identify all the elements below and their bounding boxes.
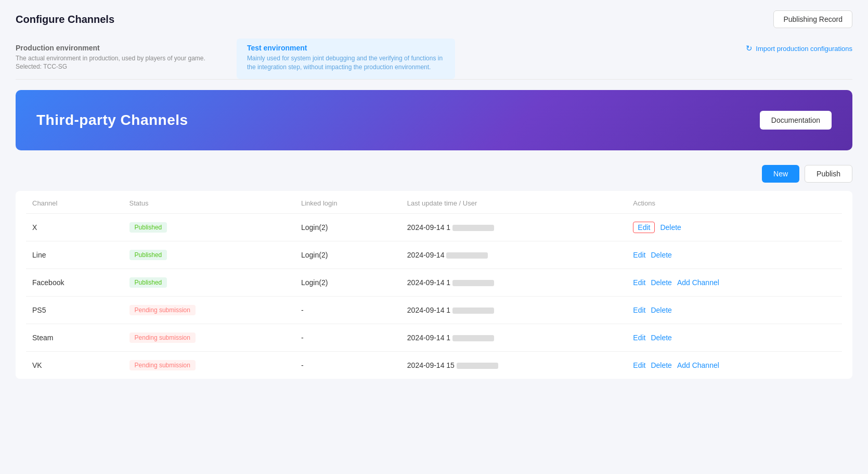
table-row: LinePublishedLogin(2)2024-09-14EditDelet…	[26, 241, 842, 268]
banner: Third-party Channels Documentation	[16, 90, 852, 150]
channels-table-container: Channel Status Linked login Last update …	[16, 191, 852, 379]
add-channel-button[interactable]: Add Channel	[677, 278, 719, 287]
cell-linked-login: -	[295, 296, 401, 324]
cell-status: Published	[123, 213, 295, 241]
col-linked-login: Linked login	[295, 191, 401, 214]
cell-actions: EditDelete	[627, 241, 842, 268]
edit-button[interactable]: Edit	[633, 334, 645, 342]
status-badge: Published	[129, 277, 167, 288]
cell-channel: Steam	[26, 324, 123, 351]
action-bar: New Publish	[16, 165, 852, 183]
env-tab-production-selected: Selected: TCC-SG	[16, 63, 205, 70]
cell-status: Published	[123, 241, 295, 268]
cell-last-update: 2024-09-14 1	[401, 296, 627, 324]
cell-linked-login: Login(2)	[295, 268, 401, 296]
table-row: SteamPending submission-2024-09-14 1Edit…	[26, 324, 842, 351]
delete-button[interactable]: Delete	[651, 361, 671, 369]
channels-table: Channel Status Linked login Last update …	[26, 191, 842, 379]
env-tab-test-title: Test environment	[247, 44, 445, 52]
banner-title: Third-party Channels	[36, 112, 188, 129]
cell-actions: EditDelete	[627, 296, 842, 324]
cell-last-update: 2024-09-14 1	[401, 324, 627, 351]
documentation-button[interactable]: Documentation	[760, 111, 832, 130]
page-container: Configure Channels Publishing Record Pro…	[0, 0, 868, 474]
env-tab-production-desc: The actual environment in production, us…	[16, 54, 205, 63]
cell-status: Pending submission	[123, 296, 295, 324]
env-tab-production[interactable]: Production environment The actual enviro…	[16, 39, 216, 78]
top-bar: Configure Channels Publishing Record	[16, 10, 852, 28]
status-badge: Pending submission	[129, 305, 196, 315]
user-blur	[446, 252, 488, 259]
publishing-record-button[interactable]: Publishing Record	[773, 10, 852, 28]
user-blur	[452, 225, 494, 231]
cell-last-update: 2024-09-14 1	[401, 213, 627, 241]
cell-channel: VK	[26, 351, 123, 379]
user-blur	[452, 308, 494, 314]
table-row: VKPending submission-2024-09-14 15EditDe…	[26, 351, 842, 379]
env-tab-test[interactable]: Test environment Mainly used for system …	[237, 39, 455, 79]
col-status: Status	[123, 191, 295, 214]
import-link-label: Import production configurations	[756, 45, 852, 53]
cell-channel: X	[26, 213, 123, 241]
delete-button[interactable]: Delete	[651, 278, 671, 287]
add-channel-button[interactable]: Add Channel	[677, 361, 719, 369]
delete-button[interactable]: Delete	[651, 251, 671, 259]
cell-channel: Facebook	[26, 268, 123, 296]
edit-button[interactable]: Edit	[633, 278, 645, 287]
cell-linked-login: -	[295, 351, 401, 379]
env-tab-production-title: Production environment	[16, 44, 205, 52]
status-badge: Pending submission	[129, 360, 196, 370]
cell-linked-login: Login(2)	[295, 213, 401, 241]
status-badge: Published	[129, 222, 167, 233]
cell-actions: EditDeleteAdd Channel	[627, 268, 842, 296]
col-actions: Actions	[627, 191, 842, 214]
status-badge: Pending submission	[129, 332, 196, 343]
env-tabs: Production environment The actual enviro…	[16, 39, 852, 80]
cell-status: Published	[123, 268, 295, 296]
table-row: XPublishedLogin(2)2024-09-14 1EditDelete	[26, 213, 842, 241]
table-row: PS5Pending submission-2024-09-14 1EditDe…	[26, 296, 842, 324]
cell-linked-login: -	[295, 324, 401, 351]
cell-linked-login: Login(2)	[295, 241, 401, 268]
import-production-link[interactable]: ↻ Import production configurations	[746, 44, 852, 53]
cell-last-update: 2024-09-14 1	[401, 268, 627, 296]
table-row: FacebookPublishedLogin(2)2024-09-14 1Edi…	[26, 268, 842, 296]
edit-button[interactable]: Edit	[633, 361, 645, 369]
cell-actions: EditDelete	[627, 213, 842, 241]
user-blur	[457, 363, 498, 369]
cell-actions: EditDeleteAdd Channel	[627, 351, 842, 379]
cell-last-update: 2024-09-14	[401, 241, 627, 268]
cell-last-update: 2024-09-14 15	[401, 351, 627, 379]
user-blur	[452, 335, 494, 341]
cell-channel: Line	[26, 241, 123, 268]
publish-button[interactable]: Publish	[805, 165, 852, 183]
cell-status: Pending submission	[123, 324, 295, 351]
col-channel: Channel	[26, 191, 123, 214]
user-blur	[452, 280, 494, 286]
col-last-update: Last update time / User	[401, 191, 627, 214]
edit-button[interactable]: Edit	[633, 251, 645, 259]
new-button[interactable]: New	[762, 165, 799, 183]
delete-button[interactable]: Delete	[651, 306, 671, 314]
cell-actions: EditDelete	[627, 324, 842, 351]
cell-status: Pending submission	[123, 351, 295, 379]
table-header-row: Channel Status Linked login Last update …	[26, 191, 842, 214]
delete-button[interactable]: Delete	[651, 334, 671, 342]
env-tab-test-desc: Mainly used for system joint debugging a…	[247, 54, 445, 72]
import-icon: ↻	[746, 44, 753, 53]
status-badge: Published	[129, 250, 167, 260]
delete-button[interactable]: Delete	[660, 223, 681, 232]
cell-channel: PS5	[26, 296, 123, 324]
edit-button[interactable]: Edit	[633, 222, 655, 233]
page-title: Configure Channels	[16, 14, 114, 25]
edit-button[interactable]: Edit	[633, 306, 645, 314]
